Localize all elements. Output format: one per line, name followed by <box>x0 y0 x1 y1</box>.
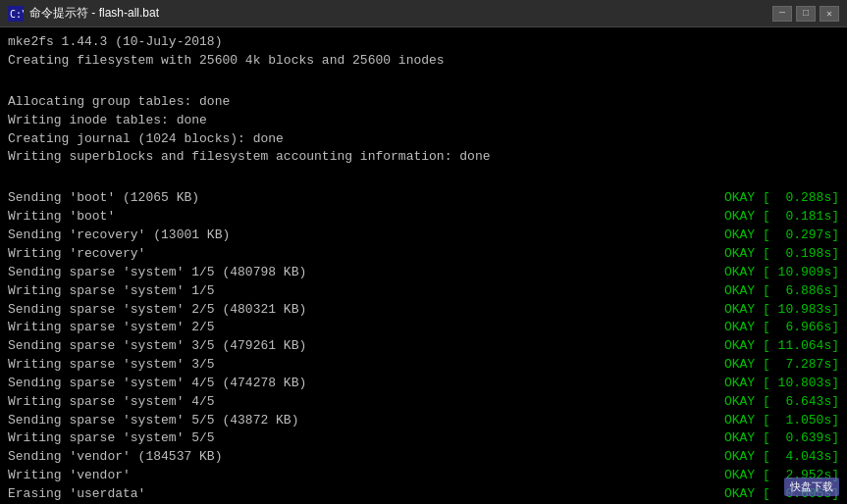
terminal-line-left: Writing sparse 'system' 5/5 <box>8 429 694 448</box>
terminal-line: Sending sparse 'system' 1/5 (480798 KB) … <box>8 264 839 282</box>
terminal-line: Writing 'recovery' OKAY [ 0.198s] <box>8 245 839 264</box>
terminal-line-right-ok: OKAY [ 6.886s] <box>694 282 839 301</box>
terminal-line: Writing sparse 'system' 2/5 OKAY [ 6.966… <box>8 319 839 337</box>
terminal-line-left: Sending 'recovery' (13001 KB) <box>8 227 694 245</box>
terminal-line-right-ok: OKAY [ 0.181s] <box>694 208 839 227</box>
terminal-line-left: Sending sparse 'system' 4/5 (474278 KB) <box>8 375 694 393</box>
terminal-line-left: Writing sparse 'system' 4/5 <box>8 393 694 412</box>
terminal-line: Writing superblocks and filesystem accou… <box>8 148 839 167</box>
terminal-line: Creating journal (1024 blocks): done <box>8 130 839 149</box>
terminal-line-left: Writing sparse 'system' 1/5 <box>8 282 694 301</box>
terminal-line-left: Creating journal (1024 blocks): done <box>8 130 839 149</box>
terminal-line: Sending sparse 'system' 5/5 (43872 KB) O… <box>8 412 839 430</box>
terminal-content: mke2fs 1.44.3 (10-July-2018)Creating fil… <box>8 33 839 504</box>
close-button[interactable]: ✕ <box>820 6 839 22</box>
terminal-line: mke2fs 1.44.3 (10-July-2018) <box>8 33 839 52</box>
terminal-line-right-ok: OKAY [ 0.297s] <box>694 227 839 245</box>
terminal-line: Allocating group tables: done <box>8 93 839 112</box>
terminal-line-left: Sending 'boot' (12065 KB) <box>8 189 694 208</box>
terminal-line: Sending 'vendor' (184537 KB) OKAY [ 4.04… <box>8 448 839 467</box>
cmd-icon: C:\ <box>8 6 24 22</box>
terminal-line-right-ok: OKAY [ 6.966s] <box>694 319 839 337</box>
terminal-line-left: Creating filesystem with 25600 4k blocks… <box>8 52 839 71</box>
terminal-line: Writing sparse 'system' 4/5 OKAY [ 6.643… <box>8 393 839 412</box>
terminal-line-right-ok: OKAY [ 11.064s] <box>694 337 839 356</box>
terminal-line-right-ok: OKAY [ 10.983s] <box>694 301 839 320</box>
terminal-line-right-ok: OKAY [ 0.639s] <box>694 429 839 448</box>
terminal-line-right-ok: OKAY [ 7.287s] <box>694 356 839 375</box>
maximize-button[interactable]: □ <box>796 6 816 22</box>
terminal-line: Writing sparse 'system' 5/5 OKAY [ 0.639… <box>8 429 839 448</box>
svg-text:C:\: C:\ <box>10 9 24 20</box>
title-bar: C:\ 命令提示符 - flash-all.bat ─ □ ✕ <box>0 0 847 27</box>
terminal-line-right-ok: OKAY [ 1.050s] <box>694 412 839 430</box>
terminal-line-left: Sending sparse 'system' 5/5 (43872 KB) <box>8 412 694 430</box>
terminal-line-right-ok: OKAY [ 0.198s] <box>694 245 839 264</box>
terminal-line: Writing 'boot' OKAY [ 0.181s] <box>8 208 839 227</box>
terminal-line: Writing inode tables: done <box>8 112 839 130</box>
terminal-line-left: Sending sparse 'system' 3/5 (479261 KB) <box>8 337 694 356</box>
terminal-line: Writing sparse 'system' 1/5 OKAY [ 6.886… <box>8 282 839 301</box>
terminal-line: Writing 'vendor' OKAY [ 2.952s] <box>8 467 839 485</box>
terminal-line: Sending 'boot' (12065 KB) OKAY [ 0.288s] <box>8 189 839 208</box>
terminal-line-left: Sending 'vendor' (184537 KB) <box>8 448 694 467</box>
terminal-line: Creating filesystem with 25600 4k blocks… <box>8 52 839 71</box>
terminal-line-left: Sending sparse 'system' 1/5 (480798 KB) <box>8 264 694 282</box>
terminal-line: Sending sparse 'system' 3/5 (479261 KB) … <box>8 337 839 356</box>
window-controls: ─ □ ✕ <box>772 6 839 22</box>
watermark: 快盘下载 <box>784 478 839 496</box>
terminal-line-left: mke2fs 1.44.3 (10-July-2018) <box>8 33 839 52</box>
terminal-line-left: Writing sparse 'system' 2/5 <box>8 319 694 337</box>
terminal-blank-line <box>8 71 839 93</box>
terminal-line-right-ok: OKAY [ 4.043s] <box>694 448 839 467</box>
terminal-line: Sending sparse 'system' 2/5 (480321 KB) … <box>8 301 839 320</box>
terminal-line-right-ok: OKAY [ 10.803s] <box>694 375 839 393</box>
terminal-blank-line <box>8 167 839 189</box>
terminal-line-right-ok: OKAY [ 0.288s] <box>694 189 839 208</box>
terminal-line-right-ok: OKAY [ 10.909s] <box>694 264 839 282</box>
terminal-line-left: Writing superblocks and filesystem accou… <box>8 148 839 167</box>
terminal-line-left: Erasing 'userdata' <box>8 485 694 504</box>
terminal-line-left: Writing 'recovery' <box>8 245 694 264</box>
terminal-line: Writing sparse 'system' 3/5 OKAY [ 7.287… <box>8 356 839 375</box>
terminal-line-left: Writing 'vendor' <box>8 467 694 485</box>
terminal-window: mke2fs 1.44.3 (10-July-2018)Creating fil… <box>0 27 847 504</box>
terminal-line-left: Writing sparse 'system' 3/5 <box>8 356 694 375</box>
minimize-button[interactable]: ─ <box>772 6 792 22</box>
terminal-line-left: Sending sparse 'system' 2/5 (480321 KB) <box>8 301 694 320</box>
terminal-line: Sending 'recovery' (13001 KB) OKAY [ 0.2… <box>8 227 839 245</box>
terminal-line: Erasing 'userdata' OKAY [ 0.605s] <box>8 485 839 504</box>
terminal-line-left: Writing inode tables: done <box>8 112 839 130</box>
window-title: 命令提示符 - flash-all.bat <box>29 5 772 22</box>
terminal-line-left: Writing 'boot' <box>8 208 694 227</box>
terminal-line-left: Allocating group tables: done <box>8 93 839 112</box>
terminal-line-right-ok: OKAY [ 6.643s] <box>694 393 839 412</box>
terminal-line: Sending sparse 'system' 4/5 (474278 KB) … <box>8 375 839 393</box>
